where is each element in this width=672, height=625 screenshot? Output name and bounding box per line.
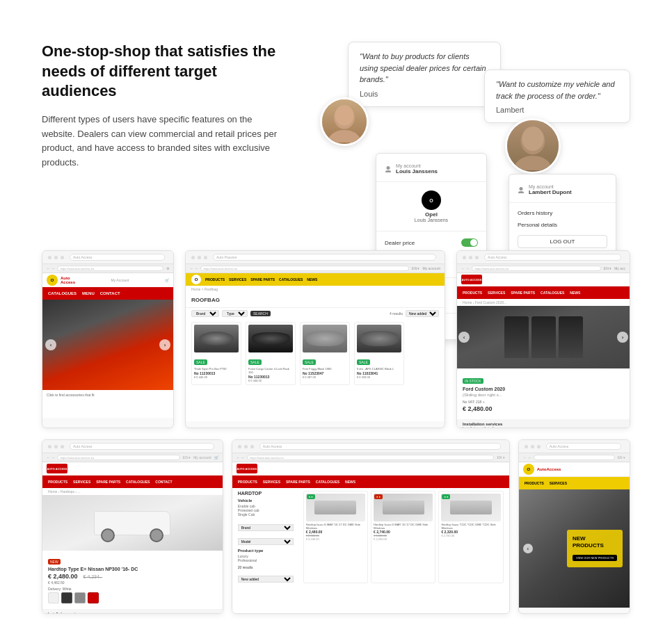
product-sub-price-2: € 0 344.00 bbox=[248, 379, 293, 382]
roofbag-title: ROOFBAG bbox=[186, 293, 445, 308]
logo-hl: AUTO ACCESS bbox=[237, 464, 257, 473]
car-image-isuzu: ‹ › bbox=[42, 300, 173, 390]
svg-point-2 bbox=[335, 105, 354, 126]
user-icon bbox=[385, 165, 392, 172]
dot3 bbox=[61, 256, 64, 259]
brand-label-promo: AutoAccess bbox=[537, 467, 561, 471]
url-field-roofbag: https://www.auto-access.eu bbox=[200, 266, 409, 271]
sort-select[interactable]: New added bbox=[238, 576, 294, 583]
product-name-4: 0 dm - APG CLASSIC Black L bbox=[357, 367, 401, 371]
car-next-btn[interactable]: › bbox=[159, 339, 170, 350]
vehicle-filter-row: Brand bbox=[238, 519, 301, 532]
brand-bar-ford: AUTO ACCESS bbox=[457, 273, 630, 286]
product-image-4 bbox=[357, 325, 401, 352]
color-variants-hd: Delivery: White bbox=[48, 587, 217, 603]
logout-lambert[interactable]: LOG OUT bbox=[518, 235, 607, 248]
color-white[interactable] bbox=[48, 592, 59, 603]
screenshot-isuzu: Auto Access ← → https://www.auto-access.… bbox=[42, 250, 174, 428]
url-bar-ford: Auto Access bbox=[484, 254, 621, 261]
hl-name-3: Hardtop Isuzu *CDC *CDC GME *CDC Side Wi… bbox=[441, 523, 500, 530]
dot1 bbox=[191, 256, 195, 259]
screenshot-hardtop-list: Auto Access ← → https://www.auto-access.… bbox=[232, 439, 510, 614]
content-ford: Home › Ford Custom 2020... ‹ › IN STOCK … bbox=[457, 299, 630, 428]
ford-prev[interactable]: ‹ bbox=[458, 332, 470, 343]
text-block: One-stop-shop that satisfies the needs o… bbox=[42, 42, 306, 170]
divider-l1 bbox=[509, 202, 616, 203]
browser-chrome-hd: Auto Access bbox=[42, 440, 223, 453]
personal-details-lambert[interactable]: Personal details bbox=[509, 219, 616, 231]
brand-bar-hl: AUTO ACCESS bbox=[232, 462, 509, 476]
bubble-louis: "Want to buy products for clients using … bbox=[348, 42, 501, 107]
url-field-hd: https://www.auto-access.eu bbox=[57, 455, 179, 460]
type-filter[interactable]: Type bbox=[222, 310, 248, 317]
hl-badge-1: ● ● bbox=[307, 494, 315, 499]
ford-next[interactable]: › bbox=[617, 332, 628, 343]
color-black[interactable] bbox=[61, 592, 72, 603]
vehicle-label: Vehicle bbox=[238, 498, 301, 503]
product-badge-3: SALE bbox=[303, 359, 316, 365]
promo-prev[interactable]: ‹ bbox=[523, 544, 533, 553]
dealer-price-toggle[interactable] bbox=[461, 238, 478, 247]
hd-installation: Installation services Installation on Au… bbox=[42, 609, 223, 613]
brand-name: Opel bbox=[425, 211, 438, 218]
dot1 bbox=[463, 256, 466, 259]
product-name-3: Fern Foggy Black 1983 bbox=[303, 367, 347, 371]
view-products-btn[interactable]: VIEW OUR NEW PRODUCTS bbox=[573, 555, 617, 561]
content-roofbag: Home > Roofbag ROOFBAG Brand Type SEARCH… bbox=[186, 286, 445, 421]
ford-price: € 2,480.00 bbox=[463, 405, 624, 412]
model-select[interactable]: Model bbox=[238, 538, 294, 545]
screenshots-row-1: Auto Access ← → https://www.auto-access.… bbox=[42, 250, 630, 428]
professional-option[interactable]: Professional bbox=[238, 558, 301, 562]
dropdown-header-lambert: My account Lambert Dupont bbox=[509, 181, 616, 198]
my-account-isuzu: My Account bbox=[111, 278, 129, 282]
hl-badge-2: ● ● bbox=[374, 494, 383, 499]
url-bar-isuzu: Auto Access bbox=[70, 254, 165, 261]
hl-product-2: ● ● Hardtop Isuzu G MAR '10-'17 DC GME S… bbox=[371, 491, 435, 583]
new-products-label: NEW PRODUCTS bbox=[573, 535, 617, 549]
dot1 bbox=[48, 256, 51, 259]
secondary-bar-hd: ← → https://www.auto-access.eu EN ▾ My a… bbox=[42, 453, 223, 462]
my-account-label-lambert: My account bbox=[529, 184, 572, 189]
hd-price-old: € 4,482.50 bbox=[48, 581, 217, 585]
breadcrumb-hd: Home › Hardtops › ... bbox=[42, 488, 223, 495]
product-sub-price-3: € 0 287.00 bbox=[303, 375, 347, 379]
results-count: 4 results bbox=[390, 311, 403, 316]
dot3 bbox=[475, 256, 479, 259]
color-red[interactable] bbox=[88, 592, 99, 603]
promo-content-box: NEW PRODUCTS VIEW OUR NEW PRODUCTS bbox=[567, 530, 623, 567]
svg-point-1 bbox=[328, 130, 361, 143]
screenshot-ford: Auto Access ← → https://www.auto-access.… bbox=[456, 250, 630, 428]
hd-price-retail: € 4,234.- bbox=[83, 574, 103, 579]
filter-bar-roofbag: Brand Type SEARCH 4 results New added bbox=[186, 308, 445, 319]
color-grey[interactable] bbox=[74, 592, 86, 603]
roofbag-products: SALE Thule Sport Pro Box P700 No 1123001… bbox=[186, 319, 445, 388]
content-isuzu: ‹ › Click to find accessories that fit bbox=[42, 300, 173, 418]
dealer-price-label: Dealer price bbox=[385, 240, 415, 246]
product-type-label: Product type bbox=[238, 549, 301, 553]
color-swatches bbox=[48, 592, 217, 603]
hl-name-2: Hardtop Isuzu G MAR '10-'17 DC GME Side … bbox=[374, 523, 433, 530]
single-cab[interactable]: Single Cab bbox=[238, 512, 301, 517]
product-badge-4: SALE bbox=[357, 359, 370, 365]
search-btn-roofbag[interactable]: SEARCH bbox=[250, 311, 271, 316]
louis-account-name: Louis Janssens bbox=[396, 168, 438, 174]
sort-filter[interactable]: New added bbox=[406, 310, 439, 317]
top-header: O AutoAccess My Account 🛒 bbox=[42, 273, 173, 287]
product-image bbox=[194, 325, 239, 352]
divider-2 bbox=[376, 231, 486, 232]
ford-title: Ford Custom 2020 bbox=[463, 387, 624, 391]
content-hl: HARDTOP Vehicle Enable cab Protected cab… bbox=[232, 488, 509, 613]
orders-history-lambert[interactable]: Orders history bbox=[509, 207, 616, 219]
svg-point-6 bbox=[387, 166, 390, 170]
browser-chrome-roofbag: Auto Passive bbox=[186, 251, 445, 264]
dot2 bbox=[469, 256, 472, 259]
brand-select[interactable]: Brand bbox=[238, 524, 294, 531]
dropdown-lambert: My account Lambert Dupont Orders history… bbox=[509, 174, 616, 256]
hl-retail-1: € 3,240.00 bbox=[306, 537, 365, 541]
brand-filter[interactable]: Brand bbox=[191, 310, 219, 317]
svg-point-7 bbox=[385, 170, 391, 172]
hd-price-main: € 2,480.00 bbox=[48, 573, 78, 580]
product-sub-price-1: € 0 445.00 bbox=[194, 375, 239, 379]
autoaccess-logo-red: AUTO ACCESS bbox=[461, 275, 482, 284]
car-prev-btn[interactable]: ‹ bbox=[45, 339, 56, 350]
